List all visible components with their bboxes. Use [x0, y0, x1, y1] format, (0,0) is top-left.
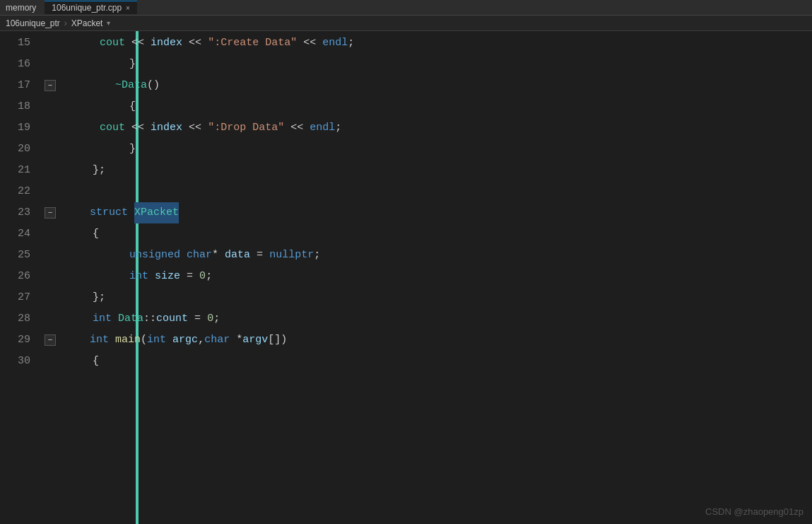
code-line-15: cout << index << ":Create Data" << endl; — [45, 33, 812, 54]
fold-marker-17[interactable]: − — [45, 80, 56, 91]
code-line-20: } — [45, 139, 812, 160]
line-num-20: 20 — [0, 139, 30, 160]
line-numbers: 15 16 17 18 19 20 21 22 23 24 25 26 27 2… — [0, 31, 39, 524]
code-line-28: int Data::count = 0; — [45, 308, 812, 330]
breadcrumb-sep: › — [64, 18, 67, 28]
line-num-23: 23 — [0, 202, 30, 223]
breadcrumb-symbol[interactable]: XPacket — [71, 18, 103, 28]
line-num-16: 16 — [0, 54, 30, 75]
code-line-17: − ~Data() — [45, 75, 812, 96]
code-content[interactable]: cout << index << ":Create Data" << endl;… — [39, 31, 812, 524]
memory-label: memory — [6, 3, 36, 13]
code-line-18: { — [45, 96, 812, 117]
breadcrumb-bar: 106unique_ptr › XPacket ▾ — [0, 16, 812, 31]
watermark: CSDN @zhaopeng01zp — [705, 506, 804, 517]
line-num-15: 15 — [0, 33, 30, 54]
code-line-23: − struct XPacket — [45, 202, 812, 223]
breadcrumb-file[interactable]: 106unique_ptr — [6, 18, 60, 28]
line-num-30: 30 — [0, 351, 30, 372]
code-line-26: int size = 0; — [45, 266, 812, 287]
line-num-17: 17 — [0, 75, 30, 96]
line-num-28: 28 — [0, 308, 30, 330]
line-num-21: 21 — [0, 160, 30, 181]
tab-close-button[interactable]: × — [126, 4, 130, 12]
code-line-29: − int main(int argc,char *argv[]) — [45, 330, 812, 351]
file-tab[interactable]: 106unique_ptr.cpp × — [45, 1, 137, 14]
line-num-29: 29 — [0, 330, 30, 351]
fold-marker-29[interactable]: − — [45, 334, 56, 346]
code-line-19: cout << index << ":Drop Data" << endl; — [45, 117, 812, 139]
line-num-19: 19 — [0, 117, 30, 139]
title-bar: memory 106unique_ptr.cpp × — [0, 0, 812, 16]
code-line-25: unsigned char* data = nullptr; — [45, 245, 812, 266]
fold-marker-23[interactable]: − — [45, 207, 56, 219]
code-editor: 15 16 17 18 19 20 21 22 23 24 25 26 27 2… — [0, 31, 812, 524]
line-num-25: 25 — [0, 245, 30, 266]
line-num-24: 24 — [0, 223, 30, 245]
tab-filename: 106unique_ptr.cpp — [52, 3, 122, 13]
line-num-18: 18 — [0, 96, 30, 117]
code-line-27: }; — [45, 287, 812, 308]
code-line-21: }; — [45, 160, 812, 181]
code-line-30: { — [45, 351, 812, 372]
code-line-24: { — [45, 223, 812, 245]
line-num-27: 27 — [0, 287, 30, 308]
code-line-22 — [45, 181, 812, 202]
line-num-26: 26 — [0, 266, 30, 287]
code-line-16: } — [45, 54, 812, 75]
breadcrumb-dropdown-icon[interactable]: ▾ — [107, 19, 110, 27]
line-num-22: 22 — [0, 181, 30, 202]
